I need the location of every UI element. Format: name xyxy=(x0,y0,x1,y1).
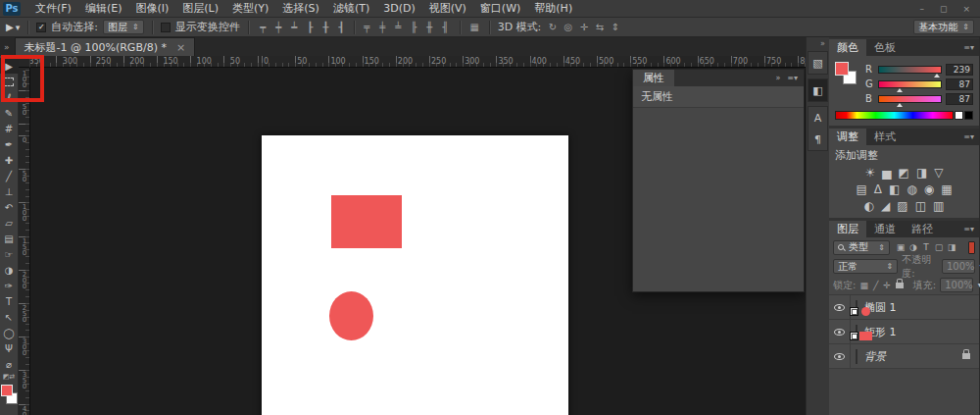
foreground-color-swatch[interactable] xyxy=(1,385,13,396)
show-transform-checkbox[interactable] xyxy=(161,23,171,32)
auto-align-layers-icon[interactable]: ▦ xyxy=(468,22,481,32)
auto-select-target-dropdown[interactable]: 图层 ⇕ xyxy=(103,20,144,34)
3d-slide-icon[interactable]: ⇆ xyxy=(593,22,606,32)
tab-styles[interactable]: 样式 xyxy=(866,129,904,145)
panel-menu-icon[interactable]: ≡▾ xyxy=(963,43,979,52)
posterize-icon[interactable]: ◢ xyxy=(881,199,890,213)
align-top-edges-icon[interactable]: ┯ xyxy=(257,22,270,32)
tab-properties[interactable]: 属性 xyxy=(633,70,674,86)
align-right-edges-icon[interactable]: ┨ xyxy=(335,22,348,32)
foreground-color-swatch[interactable] xyxy=(835,62,849,76)
red-ellipse-shape[interactable] xyxy=(329,291,373,340)
document-tab[interactable]: 未标题-1 @ 100%(RGB/8) * × xyxy=(15,37,196,56)
gradient-tool[interactable]: ▤ xyxy=(0,231,19,246)
eraser-tool[interactable]: ▱ xyxy=(0,215,19,231)
align-left-edges-icon[interactable]: ┠ xyxy=(304,22,317,32)
menu-item[interactable]: 选择(S) xyxy=(275,0,326,18)
channel-g-slider[interactable] xyxy=(878,80,942,88)
toolbar-collapse-icon[interactable]: » xyxy=(4,42,10,52)
menu-item[interactable]: 文件(F) xyxy=(28,0,78,18)
dodge-tool[interactable]: ◑ xyxy=(0,262,19,278)
eyedropper-tool[interactable]: ✒ xyxy=(0,136,19,152)
layer-row[interactable]: 椭圆 1 xyxy=(829,295,979,320)
levels-icon[interactable]: ▅ xyxy=(882,166,891,180)
tool-preset-picker[interactable]: ▶ ▾ xyxy=(6,22,20,32)
close-button[interactable]: × xyxy=(962,4,970,14)
vibrance-icon[interactable]: ▽ xyxy=(934,166,943,180)
panel-menu-icon[interactable]: ≡▾ xyxy=(963,132,979,141)
black-swatch[interactable] xyxy=(964,111,973,120)
shape-tool[interactable]: ◯ xyxy=(0,325,19,340)
lock-all-icon[interactable] xyxy=(896,283,904,288)
filter-pixel-layers-icon[interactable]: ▣ xyxy=(896,242,906,252)
properties-panel-icon[interactable]: ◧ xyxy=(808,79,827,101)
lock-position-icon[interactable]: ✛ xyxy=(883,281,891,290)
color-swap-icons[interactable]: ◩⇄ xyxy=(3,372,15,382)
color-lookup-icon[interactable]: ▦ xyxy=(941,182,952,196)
layer-visibility-cell[interactable] xyxy=(829,344,851,368)
crop-tool[interactable]: # xyxy=(0,121,19,136)
3d-rotate-icon[interactable]: ↻ xyxy=(546,22,559,32)
auto-select-checkbox[interactable]: ✓ xyxy=(36,23,46,32)
healing-brush-tool[interactable]: ✚ xyxy=(0,152,19,168)
hue-saturation-icon[interactable]: ▤ xyxy=(856,182,866,196)
distribute-left-edges-icon[interactable]: ╟ xyxy=(408,22,420,32)
lock-image-pixels-icon[interactable]: ╱ xyxy=(873,281,878,290)
path-selection-tool[interactable]: ↖ xyxy=(0,309,19,325)
channel-mixer-icon[interactable]: ◉ xyxy=(924,182,934,196)
fill-dropdown[interactable]: 100% ▾ xyxy=(940,278,973,292)
hand-tool[interactable]: Ψ xyxy=(0,340,19,356)
smudge-tool[interactable]: ☞ xyxy=(0,246,19,262)
quick-selection-tool[interactable]: ✎ xyxy=(0,105,19,121)
distribute-horizontal-centers-icon[interactable]: ╫ xyxy=(423,22,436,32)
brush-presets-panel-icon[interactable]: ▧ xyxy=(808,52,827,74)
pen-tool[interactable]: ✑ xyxy=(0,278,19,293)
slider-marker-icon[interactable] xyxy=(897,88,903,92)
brush-tool[interactable]: ╱ xyxy=(0,168,19,183)
distribute-right-edges-icon[interactable]: ╢ xyxy=(439,22,452,32)
filter-type-layers-icon[interactable]: T xyxy=(921,242,931,252)
restore-button[interactable]: ◻ xyxy=(940,4,947,14)
distribute-top-edges-icon[interactable]: ╤ xyxy=(361,22,373,32)
color-balance-icon[interactable]: Δ xyxy=(874,182,882,196)
exposure-icon[interactable]: ◨ xyxy=(916,166,927,180)
3d-drag-icon[interactable]: ✛ xyxy=(577,22,590,32)
close-tab-icon[interactable]: × xyxy=(176,41,185,54)
red-rectangle-shape[interactable] xyxy=(331,195,402,248)
distribute-vertical-centers-icon[interactable]: ╪ xyxy=(376,22,389,32)
align-vertical-centers-icon[interactable]: ┿ xyxy=(272,22,285,32)
paragraph-panel-icon[interactable]: ¶ xyxy=(808,129,827,150)
3d-roll-icon[interactable]: ◎ xyxy=(562,22,574,32)
document-canvas[interactable] xyxy=(262,135,568,415)
vertical-ruler[interactable]: 1 0 05 005 01 0 01 5 02 0 02 5 03 0 03 5… xyxy=(19,68,30,415)
tab-swatches[interactable]: 色板 xyxy=(866,39,904,56)
menu-item[interactable]: 图像(I) xyxy=(128,0,175,18)
clone-stamp-tool[interactable]: ⊥ xyxy=(0,183,19,199)
slider-marker-icon[interactable] xyxy=(897,103,903,107)
tab-adjustments[interactable]: 调整 xyxy=(829,129,866,145)
invert-icon[interactable]: ◐ xyxy=(864,199,874,213)
3d-scale-icon[interactable]: ⇕ xyxy=(609,22,621,32)
expand-panels-icon[interactable]: » xyxy=(808,39,828,51)
layer-filter-type-dropdown[interactable]: 类型 ⇕ xyxy=(833,240,890,255)
align-bottom-edges-icon[interactable]: ┷ xyxy=(288,22,301,32)
layer-visibility-cell[interactable] xyxy=(829,320,851,343)
menu-item[interactable]: 滤镜(T) xyxy=(326,0,376,18)
type-tool[interactable]: T xyxy=(0,293,19,309)
white-swatch[interactable] xyxy=(955,111,963,120)
photo-filter-icon[interactable]: ◍ xyxy=(906,182,916,196)
distribute-bottom-edges-icon[interactable]: ╧ xyxy=(392,22,405,32)
filter-shape-layers-icon[interactable]: ▢ xyxy=(934,242,944,252)
channel-r-value[interactable]: 239 xyxy=(946,64,973,76)
tab-paths[interactable]: 路径 xyxy=(904,221,941,237)
panel-menu-icon[interactable]: ≡▾ xyxy=(963,225,979,233)
channel-b-slider[interactable] xyxy=(878,95,942,103)
layer-row[interactable]: 背景 xyxy=(829,344,979,369)
horizontal-ruler[interactable]: 3503002502001501005005010015020025030035… xyxy=(30,56,806,68)
menu-item[interactable]: 类型(Y) xyxy=(225,0,275,18)
gradient-map-icon[interactable]: ▥ xyxy=(933,199,944,213)
menu-item[interactable]: 3D(D) xyxy=(376,0,422,18)
selective-color-icon[interactable]: ◫ xyxy=(915,199,926,213)
opacity-dropdown[interactable]: 100% ▾ xyxy=(942,259,975,274)
filter-adjustment-layers-icon[interactable]: ◑ xyxy=(908,242,918,252)
